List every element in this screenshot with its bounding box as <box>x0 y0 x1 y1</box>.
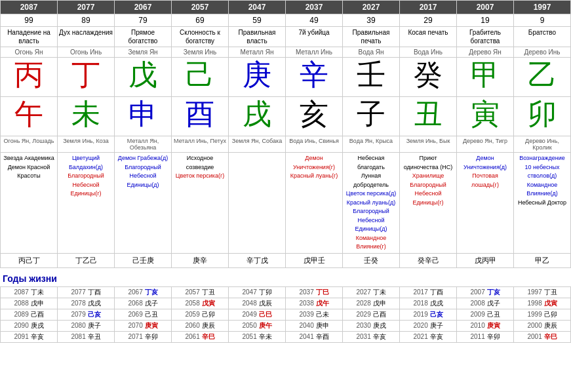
year-header: 2017 <box>400 1 457 14</box>
pillar-elem-desc: Дерево Инь, Кролик <box>514 136 571 153</box>
pillar-elem-desc: Земля Инь, Коза <box>58 136 115 153</box>
pillar-number: 29 <box>400 14 457 27</box>
pillar-bot-char: 酉 <box>172 97 229 136</box>
pillar-element: Металл Ян <box>229 47 286 58</box>
pillar-elem-desc: Дерево Ян, Тигр <box>457 136 514 153</box>
life-year-cell: 2040 庚申 <box>286 320 343 331</box>
life-year-cell: 2091 辛亥 <box>1 331 58 342</box>
pillar-bottom-chars: 甲乙 <box>514 253 571 267</box>
life-year-cell: 2089 己酉 <box>1 309 58 320</box>
pillar-element: Вода Инь <box>400 47 457 58</box>
life-year-cell: 1997 丁丑 <box>514 286 571 298</box>
pillar-element: Дерево Ян <box>457 47 514 58</box>
life-year-cell: 2048 戊辰 <box>229 298 286 309</box>
pillar-bottom-chars: 己壬庚 <box>115 253 172 267</box>
life-year-cell: 1999 己卯 <box>514 309 571 320</box>
life-year-cell: 2061 辛巳 <box>172 331 229 342</box>
pillar-elem-desc: Металл Инь, Петух <box>172 136 229 153</box>
pillar-element: Дерево Инь <box>514 47 571 58</box>
pillar-bot-char: 卯 <box>514 97 571 136</box>
life-year-cell: 2008 戊子 <box>457 298 514 309</box>
pillar-number: 9 <box>514 14 571 27</box>
life-year-cell: 2017 丁酉 <box>400 286 457 298</box>
pillar-number: 49 <box>286 14 343 27</box>
pillar-top-char: 壬 <box>343 58 400 97</box>
year-header: 1997 <box>514 1 571 14</box>
life-year-cell: 2018 戊戌 <box>400 298 457 309</box>
life-years-table: 2087 丁未2077 丁酉2067 丁亥2057 丁丑2047 丁卯2037 … <box>0 286 571 343</box>
life-year-cell: 2038 戊午 <box>286 298 343 309</box>
pillar-top-char: 癸 <box>400 58 457 97</box>
pillar-top-char: 己 <box>172 58 229 97</box>
life-year-cell: 2031 辛亥 <box>343 331 400 342</box>
year-header: 2077 <box>58 1 115 14</box>
life-year-cell: 2041 辛酉 <box>286 331 343 342</box>
life-year-cell: 2050 庚午 <box>229 320 286 331</box>
life-year-cell: 2087 丁未 <box>1 286 58 298</box>
life-year-cell: 2020 庚子 <box>400 320 457 331</box>
pillar-element: Вода Ян <box>343 47 400 58</box>
pillar-element: Металл Инь <box>286 47 343 58</box>
pillar-bot-char: 午 <box>1 97 58 136</box>
pillar-bot-char: 亥 <box>286 97 343 136</box>
pillar-stars: Вознаграждение 10 небесных стволов(д)Ком… <box>514 153 571 254</box>
year-header: 2057 <box>172 1 229 14</box>
pillar-bottom-chars: 戊丙甲 <box>457 253 514 267</box>
pillar-top-char: 辛 <box>286 58 343 97</box>
life-year-cell: 2049 己巳 <box>229 309 286 320</box>
pillar-top-char: 庚 <box>229 58 286 97</box>
life-year-cell: 2067 丁亥 <box>115 286 172 298</box>
pillar-top-char: 戊 <box>115 58 172 97</box>
pillar-title: Правильная власть <box>229 27 286 47</box>
pillar-number: 19 <box>457 14 514 27</box>
pillar-title: Склонность к богатству <box>172 27 229 47</box>
pillar-bot-char: 丑 <box>400 97 457 136</box>
pillar-elem-desc: Вода Инь, Свинья <box>286 136 343 153</box>
pillar-bot-char: 子 <box>343 97 400 136</box>
pillar-element: Земля Инь <box>172 47 229 58</box>
pillar-top-char: 甲 <box>457 58 514 97</box>
year-header: 2047 <box>229 1 286 14</box>
pillar-element: Огонь Инь <box>58 47 115 58</box>
pillar-bottom-chars: 癸辛己 <box>400 253 457 267</box>
life-year-cell: 2090 庚戌 <box>1 320 58 331</box>
pillar-title: 7й убийца <box>286 27 343 47</box>
pillar-stars <box>229 153 286 254</box>
pillar-number: 89 <box>58 14 115 27</box>
life-year-cell: 2021 辛亥 <box>400 331 457 342</box>
pillar-bot-char: 申 <box>115 97 172 136</box>
life-year-cell: 2010 庚寅 <box>457 320 514 331</box>
life-year-cell: 2077 丁酉 <box>58 286 115 298</box>
pillar-title: Косая печать <box>400 27 457 47</box>
life-year-cell: 2047 丁卯 <box>229 286 286 298</box>
year-header: 2027 <box>343 1 400 14</box>
life-year-cell: 2079 己亥 <box>58 309 115 320</box>
pillar-elem-desc: Земля Ян, Собака <box>229 136 286 153</box>
pillar-top-char: 丙 <box>1 58 58 97</box>
life-year-cell: 2029 己酉 <box>343 309 400 320</box>
pillar-bottom-chars: 丙己丁 <box>1 253 58 267</box>
pillar-stars: Звезда АкадемикаДемон Красной Красоты <box>1 153 58 254</box>
pillar-title: Грабитель богатства <box>457 27 514 47</box>
life-year-cell: 2081 辛丑 <box>58 331 115 342</box>
life-year-cell: 1998 戊寅 <box>514 298 571 309</box>
pillar-bottom-chars: 庚辛 <box>172 253 229 267</box>
pillar-title: Братство <box>514 27 571 47</box>
life-year-cell: 2007 丁亥 <box>457 286 514 298</box>
life-year-cell: 2057 丁丑 <box>172 286 229 298</box>
life-year-cell: 2019 己亥 <box>400 309 457 320</box>
pillar-stars: Небесная благодатьЛунная добродетельЦвет… <box>343 153 400 254</box>
life-year-cell: 2069 己丑 <box>115 309 172 320</box>
year-header: 2007 <box>457 1 514 14</box>
life-year-cell: 2059 己卯 <box>172 309 229 320</box>
life-year-cell: 2078 戊戌 <box>58 298 115 309</box>
life-year-cell: 2027 丁未 <box>343 286 400 298</box>
pillar-number: 99 <box>1 14 58 27</box>
life-year-cell: 2058 戊寅 <box>172 298 229 309</box>
pillar-element: Огонь Ян <box>1 47 58 58</box>
pillar-stars: Демон Уничтожения(д)Почтовая лошадь(г) <box>457 153 514 254</box>
year-header: 2087 <box>1 1 58 14</box>
year-header: 2037 <box>286 1 343 14</box>
pillar-elem-desc: Огонь Ян, Лошадь <box>1 136 58 153</box>
pillar-stars: Цветущий Балдахин(д)Благородный Небесной… <box>58 153 115 254</box>
